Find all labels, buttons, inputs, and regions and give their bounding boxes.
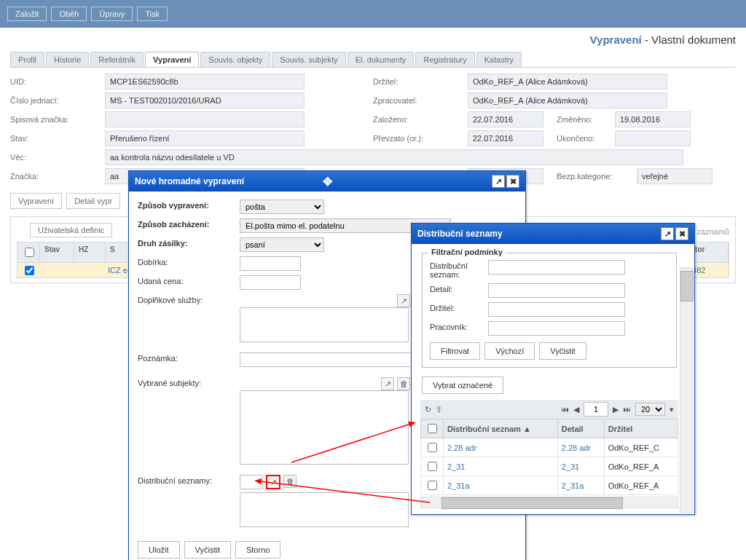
expand2-icon[interactable]: ↗ <box>661 227 674 240</box>
col-stav: Stav <box>40 242 74 262</box>
page-title: Vypravení - Vlastní dokument <box>0 28 746 52</box>
pagesize-select[interactable]: 20 <box>635 403 665 416</box>
storno-button[interactable]: Storno <box>235 541 280 559</box>
dist-input[interactable] <box>240 475 263 489</box>
ds-input[interactable] <box>488 260 625 275</box>
poznamka-input[interactable] <box>240 352 413 367</box>
zalozeno-label: Založeno: <box>373 115 468 124</box>
close-icon[interactable]: ✖ <box>506 175 519 188</box>
detail-label: Detail: <box>430 283 488 293</box>
stav-value: Přerušeno řízení <box>105 130 305 146</box>
page-input[interactable] <box>584 402 608 417</box>
th-ds[interactable]: Distribuční seznam ▲ <box>444 419 558 438</box>
tab-souvis-objekty[interactable]: Souvis. objekty <box>200 52 270 67</box>
doplnkove-sluzby-area[interactable] <box>240 307 409 342</box>
page-next-icon[interactable]: ▶ <box>613 405 619 414</box>
ukonceno-value <box>615 130 691 146</box>
tab-el-dokumenty[interactable]: El. dokumenty <box>348 52 415 67</box>
vycistit-button[interactable]: Vyčistit <box>184 541 231 559</box>
vybrat-oznacene-button[interactable]: Vybrat označené <box>422 376 503 394</box>
doplnkove-sluzby-label: Doplňkové služby: <box>138 294 240 304</box>
tisk-button[interactable]: Tisk <box>137 7 168 21</box>
refresh-icon[interactable]: ↻ <box>425 405 431 414</box>
zpusob-vypraveni-select[interactable]: pošta <box>240 200 324 214</box>
horizontal-scrollbar[interactable] <box>420 497 678 508</box>
dobirka-input[interactable] <box>240 256 301 271</box>
distribution-table: Distribuční seznam ▲ Detail Držitel 2.28… <box>420 419 678 495</box>
row-checkbox[interactable] <box>25 266 34 275</box>
drzitel2-input[interactable] <box>488 302 625 317</box>
zpusob-zachazeni-label: Způsob zacházení: <box>138 218 240 229</box>
expand-dist-icon[interactable]: ↗ <box>266 475 280 489</box>
expand-sluzby-icon[interactable]: ↗ <box>397 294 410 307</box>
sort-asc-icon: ▲ <box>523 425 531 433</box>
obeh-button[interactable]: Oběh <box>51 7 87 21</box>
bezp-value: veřejné <box>637 168 712 184</box>
sz-value <box>105 111 305 127</box>
zprac-value: OdKo_REF_A (Alice Adámková) <box>468 92 667 109</box>
upravy-button[interactable]: Úpravy <box>91 7 133 21</box>
zmeneno-value: 19.08.2016 <box>615 111 691 127</box>
vybrane-subjekty-label: Vybrané subjekty: <box>138 377 240 387</box>
tab-vypraveni[interactable]: Vypravení <box>145 52 199 67</box>
table-row[interactable]: 2.28 adr2.28 adrOdKo_REF_C <box>421 438 678 457</box>
row2-checkbox[interactable] <box>428 462 437 471</box>
vycistit2-button[interactable]: Vyčistit <box>539 342 586 360</box>
table-row[interactable]: 2_31a2_31aOdKo_REF_A <box>421 476 678 495</box>
detail-input[interactable] <box>488 283 625 298</box>
dialog2-title: Distribuční seznamy <box>417 229 661 239</box>
vertical-scrollbar[interactable] <box>680 267 693 513</box>
distribucni-seznamy-dialog: Distribuční seznamy ↗ ✖ Filtrační podmín… <box>411 223 695 515</box>
tab-profil[interactable]: Profil <box>10 52 44 67</box>
delete-subjekty-icon[interactable]: 🗑 <box>397 377 410 390</box>
select-all-checkbox[interactable] <box>25 248 34 257</box>
bezp-label: Bezp.kategorie: <box>557 172 637 181</box>
filter-legend: Filtrační podmínky <box>428 248 506 256</box>
page-prev-icon[interactable]: ◀ <box>573 405 579 414</box>
poznamka-label: Poznámka: <box>138 352 240 363</box>
expand-subjekty-icon[interactable]: ↗ <box>381 377 394 390</box>
prac-input[interactable] <box>488 321 625 336</box>
detail-vypraveni-button[interactable]: Detail vypr <box>66 193 120 209</box>
uzivatelska-definice-button[interactable]: Uživatelská definic <box>30 223 112 237</box>
page-last-icon[interactable]: ⏭ <box>623 405 631 414</box>
prac-label: Pracovník: <box>430 321 488 331</box>
udana-cena-input[interactable] <box>240 275 301 290</box>
filtrovat-button[interactable]: Filtrovat <box>430 342 480 360</box>
zalozit-button[interactable]: Založit <box>7 7 47 21</box>
druh-zasilky-select[interactable]: psaní <box>240 237 324 252</box>
move-icon[interactable]: ✥ <box>323 175 332 189</box>
row2-checkbox[interactable] <box>428 443 437 452</box>
drzitel2-label: Držitel: <box>430 302 488 312</box>
title-main: Vypravení <box>590 33 642 46</box>
th-detail[interactable]: Detail <box>557 419 604 438</box>
tab-katastry[interactable]: Katastry <box>476 52 522 67</box>
sz-label: Spisová značka: <box>10 115 105 124</box>
table-row[interactable]: 2_312_31OdKo_REF_A <box>421 457 678 476</box>
distribucni-seznamy-area[interactable] <box>240 492 409 527</box>
th-drzitel[interactable]: Držitel <box>604 419 678 438</box>
export-icon[interactable]: ⇪ <box>436 405 442 414</box>
close2-icon[interactable]: ✖ <box>675 227 688 240</box>
uid-value: MCP1ES62590c8b <box>105 74 305 90</box>
expand-icon[interactable]: ↗ <box>492 175 505 188</box>
row2-checkbox[interactable] <box>428 481 437 490</box>
vypraveni-button[interactable]: Vypravení <box>10 193 62 209</box>
vybrane-subjekty-area[interactable] <box>240 390 409 465</box>
dobirka-label: Dobírka: <box>138 256 240 267</box>
vec-value: aa kontrola názvu odesílatele u VD <box>105 149 683 165</box>
vec-label: Věc: <box>10 153 105 162</box>
cj-value: MS - TEST002010/2016/URAD <box>105 92 305 109</box>
uid-label: UID: <box>10 77 105 86</box>
select-all2-checkbox[interactable] <box>428 424 437 433</box>
vychozi-button[interactable]: Výchozí <box>484 342 535 360</box>
druh-zasilky-label: Druh zásilky: <box>138 237 240 248</box>
tab-souvis-subjekty[interactable]: Souvis. subjekty <box>272 52 345 67</box>
tab-registratury[interactable]: Registratury <box>415 52 474 67</box>
title-sub: - Vlastní dokument <box>642 33 736 46</box>
delete-dist-icon[interactable]: 🗑 <box>283 475 297 488</box>
page-first-icon[interactable]: ⏮ <box>561 405 569 414</box>
ulozit-button[interactable]: Uložit <box>138 541 180 559</box>
tab-historie[interactable]: Historie <box>46 52 89 67</box>
tab-referatnik[interactable]: Referátník <box>90 52 144 67</box>
